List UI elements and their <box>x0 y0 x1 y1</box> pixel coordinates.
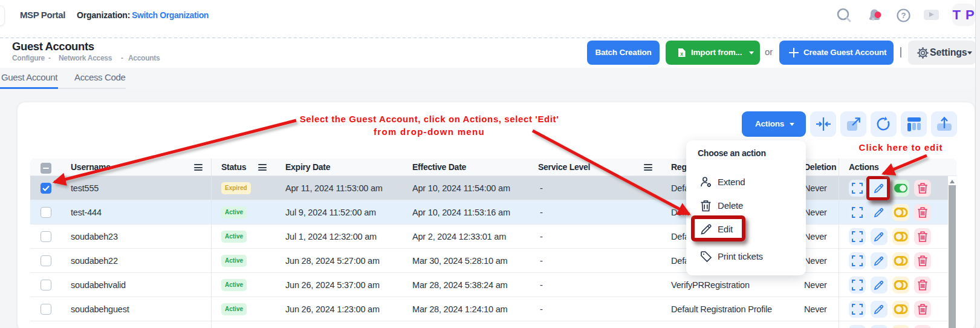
svg-text:x: x <box>680 51 683 57</box>
svg-text:?: ? <box>901 11 906 20</box>
